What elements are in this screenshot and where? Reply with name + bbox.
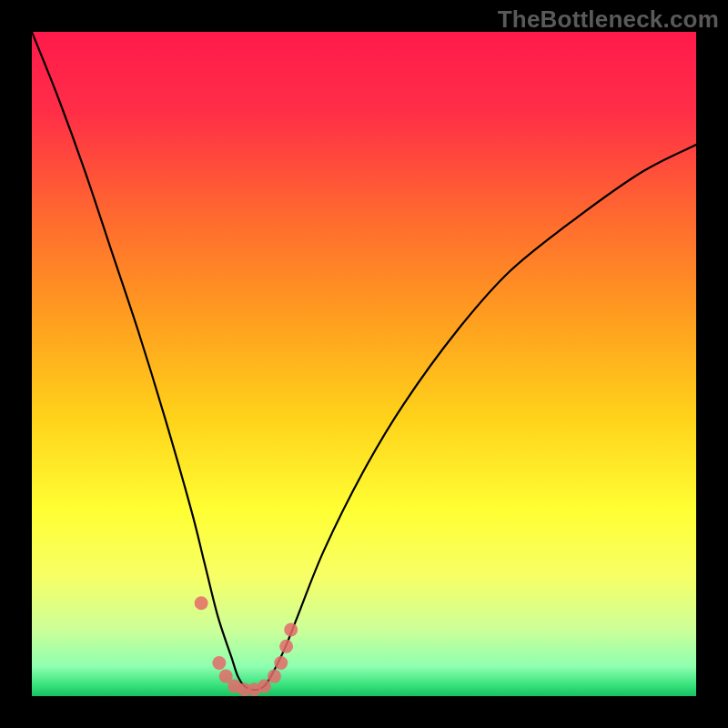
watermark-text: TheBottleneck.com	[498, 5, 719, 34]
marker-dot	[268, 670, 281, 683]
marker-dot	[279, 640, 293, 653]
marker-dot	[195, 596, 208, 610]
plot-svg	[32, 32, 696, 696]
marker-dot	[258, 680, 271, 693]
chart-frame: TheBottleneck.com	[0, 0, 728, 728]
plot-area	[32, 32, 696, 696]
marker-dot	[274, 656, 288, 670]
marker-dot	[212, 656, 226, 670]
marker-dot	[284, 623, 298, 637]
gradient-background	[32, 32, 696, 696]
